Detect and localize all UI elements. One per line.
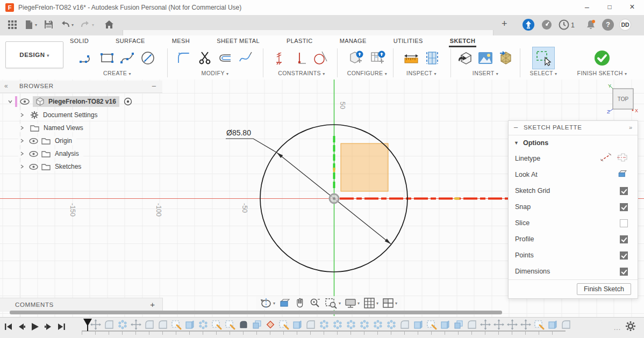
eye-icon[interactable]	[29, 138, 38, 145]
browser-minimize-icon[interactable]: –	[152, 82, 156, 90]
timeline-feature-fillet[interactable]	[305, 319, 316, 330]
viewports-icon[interactable]: ▾	[382, 298, 397, 308]
sketch-dimension-icon[interactable]	[140, 51, 155, 66]
line-tool-icon[interactable]	[79, 51, 94, 66]
new-tab-icon[interactable]: +	[502, 18, 507, 30]
palette-options-section[interactable]: ▼ Options	[509, 135, 638, 150]
zoom-icon[interactable]	[309, 297, 321, 309]
browser-root-row[interactable]: PiegeFrelon-TO82 v16	[8, 96, 132, 107]
timeline-feature-extrude[interactable]	[292, 319, 303, 330]
inspect-group-label[interactable]: INSPECT	[406, 70, 432, 76]
chevron-collapsed-icon[interactable]	[19, 164, 27, 169]
browser-item-label[interactable]: Sketches	[55, 163, 81, 170]
grid-settings-icon[interactable]: ▾	[363, 297, 378, 309]
slice-checkbox[interactable]	[620, 219, 628, 227]
timeline-settings-gear-icon[interactable]	[625, 321, 636, 332]
select-group-label[interactable]: SELECT	[530, 70, 553, 76]
timeline-feature-pattern[interactable]	[359, 319, 370, 330]
timeline-feature-move[interactable]	[90, 319, 101, 330]
activate-radio-icon[interactable]	[124, 97, 132, 106]
home-icon[interactable]	[104, 20, 114, 29]
timeline-play-button[interactable]	[30, 322, 40, 332]
tab-mesh[interactable]: MESH	[171, 35, 191, 47]
look-at-button-icon[interactable]	[617, 169, 628, 181]
timeline-feature-move[interactable]	[493, 319, 504, 330]
timeline-go-to-end-button[interactable]	[57, 322, 66, 331]
comments-bar[interactable]: COMMENTS +	[0, 298, 163, 312]
app-grid-icon[interactable]	[8, 20, 17, 30]
view-cube[interactable]: TOP Y Z X	[607, 83, 638, 114]
timeline-feature-extrude[interactable]	[547, 319, 558, 330]
save-icon[interactable]	[44, 20, 53, 29]
add-comment-icon[interactable]: +	[150, 300, 155, 309]
sketch-profile-square[interactable]	[341, 143, 388, 191]
trim-tool-icon[interactable]	[197, 51, 212, 66]
chevron-collapsed-icon[interactable]	[19, 151, 27, 156]
rectangle-tool-icon[interactable]	[99, 51, 115, 66]
browser-item-named-views[interactable]: Named Views	[18, 122, 88, 134]
timeline-feature-sketch[interactable]	[211, 319, 222, 330]
timeline-step-back-button[interactable]	[17, 322, 26, 331]
timeline-feature-extrude[interactable]	[440, 319, 450, 330]
timeline-feature-pattern[interactable]	[319, 319, 330, 330]
centerline-icon[interactable]	[616, 153, 628, 164]
chevron-collapsed-icon[interactable]	[19, 112, 27, 118]
browser-item-origin[interactable]: Origin	[18, 135, 76, 147]
file-menu-icon[interactable]	[25, 20, 33, 30]
browser-item-sketches[interactable]: Sketches	[18, 161, 85, 172]
timeline-step-forward-button[interactable]	[44, 322, 53, 331]
timeline-go-to-start-button[interactable]	[4, 322, 13, 331]
palette-expand-icon[interactable]: »	[629, 124, 632, 131]
look-at-icon[interactable]	[279, 298, 291, 308]
fillet-tool-icon[interactable]	[177, 51, 192, 66]
measure-tool-icon[interactable]	[403, 51, 419, 66]
profile-checkbox[interactable]	[620, 235, 628, 243]
job-status-icon[interactable]	[541, 19, 553, 31]
design-workspace-button[interactable]: DESIGN ▾	[5, 41, 63, 68]
browser-collapse-icon[interactable]: «	[4, 82, 8, 90]
chevron-collapsed-icon[interactable]	[19, 138, 27, 143]
create-group-label[interactable]: CREATE	[103, 70, 127, 76]
palette-minimize-icon[interactable]: –	[514, 123, 518, 131]
insert-image-icon[interactable]	[477, 51, 493, 65]
timeline-feature-fillet[interactable]	[104, 319, 115, 330]
timeline-feature-move[interactable]	[507, 319, 518, 330]
eye-icon[interactable]	[20, 98, 30, 105]
points-checkbox[interactable]	[620, 251, 628, 260]
maximize-button[interactable]: □	[599, 0, 620, 15]
finish-sketch-label[interactable]: FINISH SKETCH	[577, 70, 623, 76]
chevron-expanded-icon[interactable]	[8, 99, 15, 104]
eye-icon[interactable]	[29, 163, 38, 170]
avatar[interactable]: DD	[619, 19, 631, 31]
section-analysis-icon[interactable]	[425, 51, 440, 66]
timeline-feature-combine[interactable]	[453, 319, 464, 330]
vertical-constraint-icon[interactable]	[294, 51, 307, 66]
construction-line-icon[interactable]	[600, 153, 612, 164]
redo-caret-icon[interactable]: ▾	[92, 23, 94, 27]
chevron-collapsed-icon[interactable]	[19, 125, 27, 131]
eye-icon[interactable]	[29, 150, 38, 157]
close-button[interactable]: ×	[621, 0, 643, 15]
browser-item-label[interactable]: Named Views	[44, 124, 83, 132]
select-tool-button[interactable]	[532, 47, 555, 69]
finish-sketch-icon[interactable]	[593, 49, 611, 67]
insert-group-label[interactable]: INSERT	[473, 70, 495, 76]
insert-derive-icon[interactable]	[457, 50, 473, 66]
timeline-feature-move[interactable]	[480, 319, 491, 330]
tab-surface[interactable]: SURFACE	[115, 35, 146, 47]
constraints-group-label[interactable]: CONSTRAINTS	[278, 70, 321, 76]
browser-item-label[interactable]: Analysis	[55, 150, 79, 157]
orbit-icon[interactable]: ▾	[260, 297, 275, 309]
timeline-feature-sketch[interactable]	[171, 319, 182, 330]
timeline-feature-pattern[interactable]	[373, 319, 383, 330]
timeline-feature-sketch[interactable]	[225, 319, 235, 330]
browser-item-analysis[interactable]: Analysis	[18, 148, 83, 160]
history-clock-icon[interactable]	[558, 19, 570, 31]
timeline-feature-fillet[interactable]	[561, 319, 571, 330]
snap-checkbox[interactable]	[620, 203, 628, 211]
spline-tool-icon[interactable]	[120, 51, 135, 66]
sketch-grid-checkbox[interactable]	[620, 187, 628, 195]
timeline-feature-plane[interactable]	[265, 319, 276, 330]
tab-utilities[interactable]: UTILITIES	[392, 35, 424, 47]
timeline-feature-extrude[interactable]	[184, 319, 195, 330]
